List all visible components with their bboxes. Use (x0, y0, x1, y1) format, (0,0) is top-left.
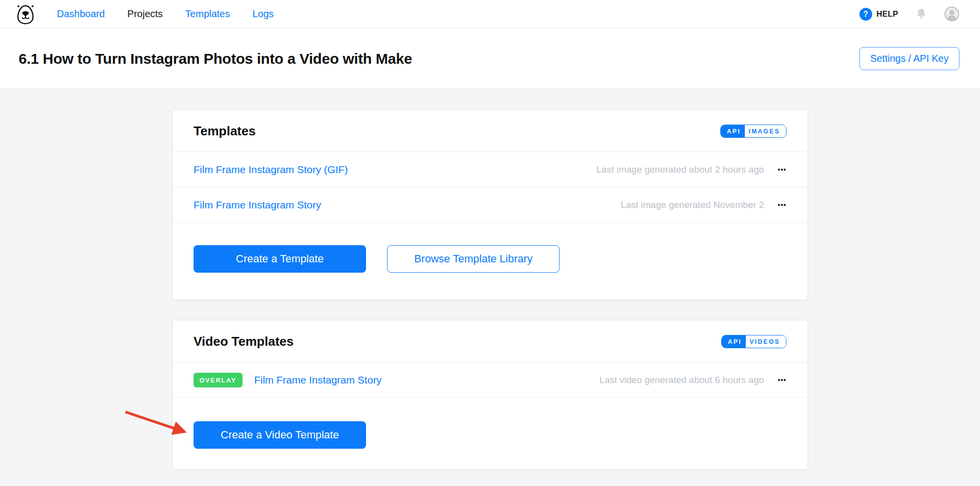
nav-item-dashboard[interactable]: Dashboard (57, 8, 105, 20)
help-label: HELP (877, 10, 898, 19)
video-template-row: OVERLAY Film Frame Instagram Story Last … (172, 362, 808, 397)
nav-item-templates[interactable]: Templates (185, 8, 230, 20)
templates-card-header: Templates API IMAGES (172, 110, 808, 152)
overlay-tag-badge: OVERLAY (194, 373, 243, 387)
more-menu-icon[interactable]: ••• (778, 377, 786, 384)
api-images-badge[interactable]: API IMAGES (720, 125, 786, 138)
nav-item-projects[interactable]: Projects (127, 8, 163, 20)
more-menu-icon[interactable]: ••• (778, 202, 786, 208)
templates-card-title: Templates (194, 124, 256, 139)
video-template-meta: Last video generated about 6 hours ago (599, 375, 764, 385)
help-button[interactable]: ? HELP (859, 8, 898, 21)
top-nav: Dashboard Projects Templates Logs ? HELP (0, 0, 980, 28)
templates-card: Templates API IMAGES Film Frame Instagra… (172, 109, 808, 300)
create-video-template-button[interactable]: Create a Video Template (194, 421, 366, 449)
template-link[interactable]: Film Frame Instagram Story (194, 199, 321, 211)
bannerbear-logo-icon[interactable] (14, 2, 37, 26)
browse-template-library-button[interactable]: Browse Template Library (387, 245, 560, 273)
more-menu-icon[interactable]: ••• (778, 166, 786, 173)
videos-badge-segment: VIDEOS (746, 335, 786, 348)
main-nav: Dashboard Projects Templates Logs (57, 8, 274, 20)
images-badge-segment: IMAGES (745, 125, 786, 138)
template-meta: Last image generated about 2 hours ago (596, 164, 764, 175)
page-title: 6.1 How to Turn Instagram Photos into a … (19, 51, 412, 67)
bell-icon[interactable] (915, 7, 928, 21)
template-meta: Last image generated November 2 (621, 200, 764, 210)
video-templates-card-header: Video Templates API VIDEOS (172, 320, 808, 362)
create-template-button[interactable]: Create a Template (194, 245, 366, 273)
main-content: Templates API IMAGES Film Frame Instagra… (0, 89, 980, 470)
question-circle-icon: ? (859, 8, 872, 21)
user-avatar[interactable] (944, 6, 959, 22)
page-header: 6.1 How to Turn Instagram Photos into a … (0, 28, 980, 89)
templates-card-footer: Create a Template Browse Template Librar… (172, 222, 808, 300)
api-badge-segment: API (722, 335, 745, 348)
settings-api-key-button[interactable]: Settings / API Key (859, 47, 959, 70)
template-row: Film Frame Instagram Story Last image ge… (172, 187, 808, 222)
api-badge-segment: API (721, 125, 744, 138)
api-videos-badge[interactable]: API VIDEOS (721, 335, 786, 349)
video-templates-card-footer: Create a Video Template (172, 397, 808, 469)
template-link[interactable]: Film Frame Instagram Story (GIF) (194, 164, 348, 176)
video-templates-card: Video Templates API VIDEOS OVERLAY Film … (172, 320, 808, 470)
nav-item-logs[interactable]: Logs (252, 8, 273, 20)
template-row: Film Frame Instagram Story (GIF) Last im… (172, 152, 808, 187)
nav-right-group: ? HELP (859, 6, 959, 22)
video-template-link[interactable]: Film Frame Instagram Story (254, 374, 382, 386)
video-templates-card-title: Video Templates (194, 334, 294, 349)
